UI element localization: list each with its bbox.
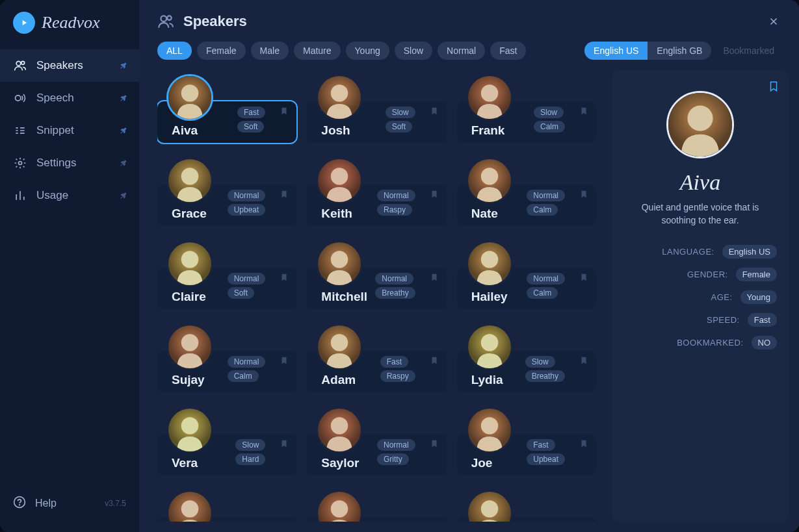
prop-bookmarked: BOOKMARKED: NO [623,336,777,349]
bookmark-icon[interactable] [430,105,439,117]
svg-point-27 [181,334,198,351]
speaker-card[interactable]: Mitchell Normal Breathy [307,268,446,309]
speaker-card[interactable]: Lydia Slow Breathy [457,351,596,392]
chart-icon [13,188,27,203]
filter-mature[interactable]: Mature [294,42,341,60]
tag: Raspy [377,204,412,216]
bookmark-icon[interactable] [430,272,439,283]
users-icon [13,58,27,73]
speaker-name: Nate [471,207,498,221]
help-button[interactable]: Help [13,496,57,511]
bookmark-icon[interactable] [430,355,439,366]
bookmark-icon[interactable] [579,355,588,366]
bookmark-icon[interactable] [280,272,289,283]
pin-icon[interactable] [118,125,129,136]
speaker-name: Mitchell [321,290,367,304]
sidebar-item-speech[interactable]: Speech [0,82,139,114]
speaker-card[interactable]: Grace Normal Upbeat [157,184,296,226]
bookmark-icon[interactable] [579,105,588,117]
speaker-card[interactable]: Joe Fast Upbeat [457,434,596,475]
bookmark-icon[interactable] [280,105,289,117]
speakers-scroll[interactable]: Aiva Fast Soft Josh Slow Soft Frank Slow [157,70,601,522]
snippet-icon [13,123,27,138]
tag: Normal [377,190,415,201]
bookmark-icon[interactable] [280,521,289,522]
filter-normal[interactable]: Normal [438,42,485,60]
pin-icon[interactable] [118,93,129,103]
language-english-gb[interactable]: English GB [648,42,711,60]
bookmarked-toggle[interactable]: Bookmarked [716,42,781,60]
sidebar-item-settings[interactable]: Settings [0,147,139,179]
pin-icon[interactable] [118,158,129,168]
tag: Upbeat [527,453,565,465]
tag: Slow [386,107,415,118]
speaker-name: Vera [172,456,198,470]
pin-icon[interactable] [118,190,129,201]
tag: Fast [380,356,408,368]
prop-language: LANGUAGE: English US [623,245,777,259]
speaker-card[interactable]: Sujay Normal Calm [157,351,296,392]
logo[interactable]: Readvox [0,12,139,49]
speaker-tags: Normal Breathy [375,273,415,299]
tag: Fast [527,439,555,451]
nav-label: Snippet [36,124,74,137]
speaker-card[interactable]: Davin Normal Soft [157,517,296,522]
bookmark-icon[interactable] [280,355,289,366]
speaker-card[interactable]: Aiva Fast Soft [157,101,296,143]
svg-point-19 [480,168,497,184]
filter-male[interactable]: Male [251,42,289,60]
close-button[interactable] [766,14,781,29]
filter-fast[interactable]: Fast [490,42,526,60]
speaker-card[interactable]: Sarah Slow Soft [457,517,596,522]
detail-avatar [666,91,734,158]
speaker-card[interactable]: Frank Slow Calm [457,101,596,143]
prop-value: NO [752,336,778,349]
avatar [316,407,363,453]
tag: Soft [228,287,254,299]
bookmark-icon[interactable] [280,438,289,450]
sidebar-item-usage[interactable]: Usage [0,179,139,212]
speaker-card[interactable]: Claire Normal Soft [157,268,296,309]
speaker-card[interactable]: Adam Fast Raspy [307,351,446,392]
speaker-name: Sujay [172,373,205,387]
filter-female[interactable]: Female [197,42,246,60]
avatar [316,240,363,287]
detail-name: Aiva [680,170,720,195]
speaker-card[interactable]: Rana Normal Soft [307,517,446,522]
speaker-card[interactable]: Saylor Normal Gritty [307,434,446,475]
tag: Fast [237,107,265,118]
bookmark-icon[interactable] [430,521,439,522]
bookmark-icon[interactable] [579,521,588,522]
speaker-card[interactable]: Nate Normal Calm [457,184,596,226]
language-english-us[interactable]: English US [584,42,648,60]
filter-all[interactable]: ALL [157,42,192,60]
bookmark-icon[interactable] [430,438,439,450]
speaker-tags: Fast Raspy [380,356,415,382]
pin-icon[interactable] [118,60,129,71]
tag: Normal [527,273,565,285]
bookmark-icon[interactable] [579,272,588,283]
tag: Calm [527,204,558,216]
filter-young[interactable]: Young [346,42,389,60]
bookmark-icon[interactable] [430,188,439,200]
speaker-tags: Normal Gritty [377,439,415,465]
sidebar-item-speakers[interactable]: Speakers [0,49,139,82]
prop-label: GENDER: [687,270,728,279]
speaker-card[interactable]: Vera Slow Hard [157,434,296,475]
bookmark-button[interactable] [768,79,779,94]
speaker-card[interactable]: Josh Slow Soft [307,101,446,143]
prop-value: English US [722,245,777,259]
filter-slow[interactable]: Slow [395,42,432,60]
tag: Upbeat [228,204,266,216]
bookmark-icon[interactable] [579,438,588,450]
speaker-card[interactable]: Keith Normal Raspy [307,184,446,226]
speaker-card[interactable]: Hailey Normal Calm [457,268,596,309]
speakers-grid: Aiva Fast Soft Josh Slow Soft Frank Slow [157,70,596,522]
tag: Normal [377,439,415,451]
bookmark-icon[interactable] [579,188,588,200]
speaker-tags: Normal Calm [527,190,565,216]
avatar [166,240,213,287]
sidebar-item-snippet[interactable]: Snippet [0,114,139,147]
svg-point-23 [331,251,348,268]
bookmark-icon[interactable] [280,188,289,200]
